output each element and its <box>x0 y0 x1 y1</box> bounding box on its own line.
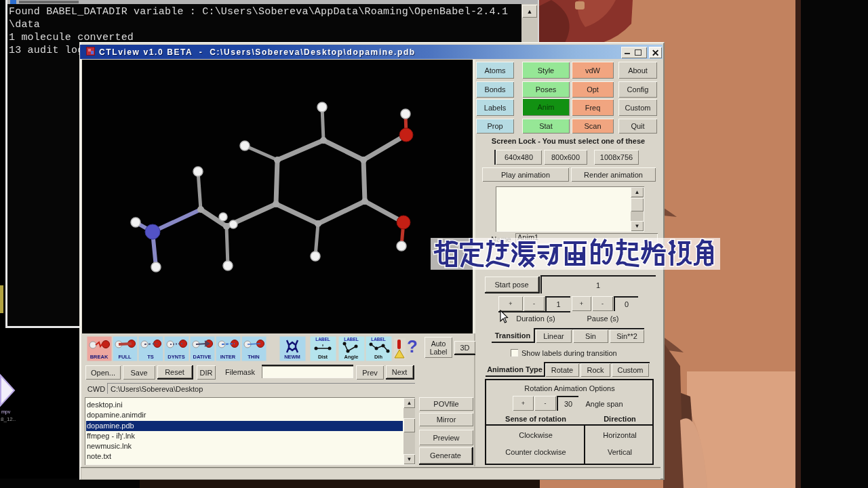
svg-text:TS: TS <box>147 354 154 360</box>
svg-text:LABEL: LABEL <box>344 337 359 342</box>
svg-text:NEWM: NEWM <box>284 354 300 360</box>
svg-text:?: ? <box>407 336 418 357</box>
svg-text:THIN: THIN <box>248 354 260 360</box>
svg-text:INTER: INTER <box>220 354 236 360</box>
svg-text:DATIVE: DATIVE <box>193 354 212 360</box>
svg-text:LABEL: LABEL <box>315 337 330 342</box>
svg-text:BREAK: BREAK <box>90 354 108 360</box>
svg-text:FULL: FULL <box>118 354 132 360</box>
svg-text:Dih: Dih <box>374 354 383 360</box>
svg-text:DYNTS: DYNTS <box>167 354 184 360</box>
svg-text:Dist: Dist <box>318 354 328 360</box>
svg-text:Angle: Angle <box>344 354 359 360</box>
svg-text:LABEL: LABEL <box>371 337 386 342</box>
